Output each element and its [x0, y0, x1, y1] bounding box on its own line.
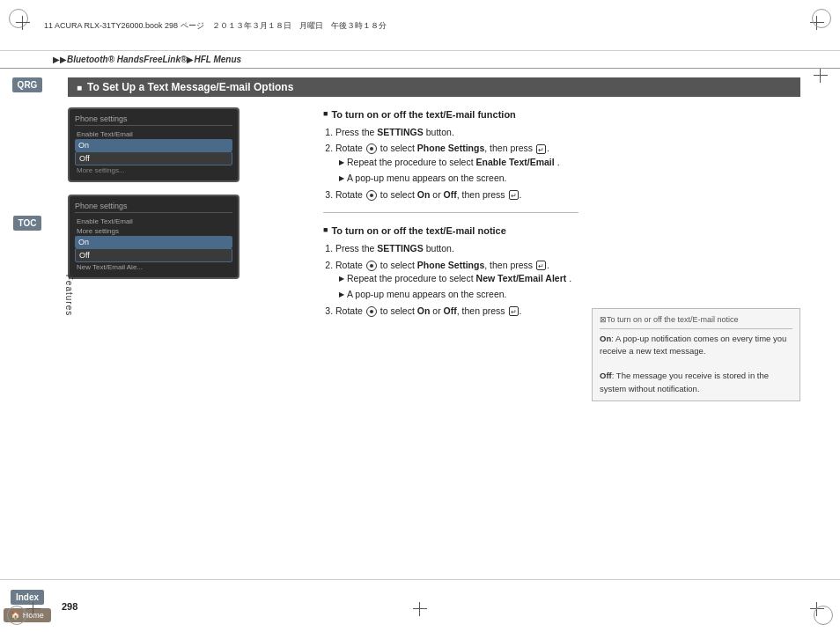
ps1-off-row: Off [75, 151, 232, 165]
page-number: 298 [62, 601, 77, 612]
info-box: ⊠To turn on or off the text/E-mail notic… [592, 308, 800, 401]
part1-steps: Press the SETTINGS button. Rotate to sel… [335, 126, 578, 202]
info-off-label: Off [600, 371, 612, 380]
phone-screen-2-title: Phone settings [75, 202, 232, 213]
part2-instructions: To turn on or off the text/E-mail notice… [323, 224, 578, 318]
left-column: Phone settings Enable Text/Email On Off … [68, 107, 314, 401]
divider [323, 212, 578, 213]
ps1-row1: Enable Text/Email [75, 129, 232, 139]
phone-screen-1-title: Phone settings [75, 114, 232, 126]
part2-step3: Rotate to select On or Off, then press . [335, 305, 578, 319]
section-header: To Set Up a Text Message/E-mail Options [68, 77, 800, 97]
sidebar: QRG TOC Features [0, 69, 55, 595]
breadcrumb: ▶▶Bluetooth® HandsFreeLink®▶HFL Menus [0, 51, 840, 69]
info-off-text: Off: The message you receive is stored i… [600, 370, 792, 395]
enter-icon-2 [509, 190, 519, 200]
qrg-button[interactable]: QRG [12, 77, 43, 92]
info-on-label: On [600, 334, 611, 343]
ps1-off-label: Off [79, 154, 90, 163]
phone-screen-1: Phone settings Enable Text/Email On Off … [68, 107, 239, 182]
phone-screen-2: Phone settings Enable Text/Email More se… [68, 195, 239, 279]
part1-subheader: To turn on or off the text/E-mail functi… [323, 107, 578, 122]
bottom-bar: Index 🏠 Home 298 [0, 579, 840, 632]
part1-instructions: To turn on or off the text/E-mail functi… [323, 107, 578, 202]
part1-step2: Rotate to select Phone Settings, then pr… [335, 142, 578, 185]
info-on-text: On: A pop-up notification comes on every… [600, 333, 792, 358]
corner-mark-bl [7, 606, 26, 625]
crosshair-tl [16, 16, 30, 30]
toc-button[interactable]: TOC [13, 216, 42, 231]
knob-icon-2 [366, 190, 377, 201]
ps1-on-label: On [78, 141, 89, 150]
ps2-row1: Enable Text/Email [75, 217, 232, 226]
part2-arrow2: A pop-up menu appears on the screen. [339, 288, 578, 302]
enter-icon-1 [536, 144, 546, 154]
part1-arrow1: Repeat the procedure to select Enable Te… [339, 156, 578, 170]
breadcrumb-part1: Bluetooth® HandsFreeLink® [67, 55, 187, 64]
section-title: To Set Up a Text Message/E-mail Options [87, 81, 293, 93]
enter-icon-3 [536, 261, 546, 270]
part2-subheader: To turn on or off the text/E-mail notice [323, 224, 578, 239]
info-on-desc: : A pop-up notification comes on every t… [600, 334, 786, 356]
ps2-off-row: Off [75, 248, 232, 262]
right-sidebar [814, 69, 840, 595]
crosshair-bl [26, 602, 41, 616]
crosshair-bc [413, 602, 427, 616]
instruction-column: To turn on or off the text/E-mail functi… [323, 107, 578, 401]
info-box-title: ⊠To turn on or off the text/E-mail notic… [600, 314, 792, 329]
info-off-desc: : The message you receive is stored in t… [600, 371, 769, 393]
knob-icon-4 [366, 306, 377, 317]
enter-icon-4 [509, 306, 519, 316]
part2-arrow1: Repeat the procedure to select New Text/… [339, 272, 578, 286]
ps2-row2: More settings [75, 226, 232, 236]
right-column: ⊠To turn on or off the text/E-mail notic… [587, 107, 800, 401]
part2-steps: Press the SETTINGS button. Rotate to sel… [335, 242, 578, 319]
part2-step1: Press the SETTINGS button. [335, 242, 578, 256]
crosshair-right [820, 325, 834, 339]
part1-step1: Press the SETTINGS button. [335, 126, 578, 140]
ps2-row5: New Text/Email Ale... [75, 262, 232, 272]
part2-step2: Rotate to select Phone Settings, then pr… [335, 259, 578, 302]
ps1-on-row: On [75, 139, 232, 151]
knob-icon-3 [366, 261, 377, 271]
right-spacer [592, 107, 800, 301]
print-info: 11 ACURA RLX-31TY26000.book 298 ページ ２０１３… [44, 19, 387, 31]
ps2-on-row: On [75, 236, 232, 248]
ps1-row4: More settings... [75, 165, 232, 175]
breadcrumb-part2: HFL Menus [194, 55, 241, 64]
corner-mark-br [814, 606, 833, 625]
features-label: Features [64, 274, 74, 315]
part1-step3: Rotate to select On or Off, then press . [335, 188, 578, 202]
two-column-layout: Phone settings Enable Text/Email On Off … [68, 107, 800, 401]
main-layout: QRG TOC Features To Set Up a Text Messag… [0, 69, 840, 595]
top-bar: 11 ACURA RLX-31TY26000.book 298 ページ ２０１３… [0, 0, 840, 51]
corner-mark-tr [812, 9, 831, 28]
part1-subheader-text: To turn on or off the text/E-mail functi… [331, 107, 515, 122]
content-area: To Set Up a Text Message/E-mail Options … [55, 69, 814, 595]
knob-icon-1 [366, 143, 377, 154]
part1-arrow2: A pop-up menu appears on the screen. [339, 172, 578, 186]
part2-subheader-text: To turn on or off the text/E-mail notice [331, 224, 505, 239]
